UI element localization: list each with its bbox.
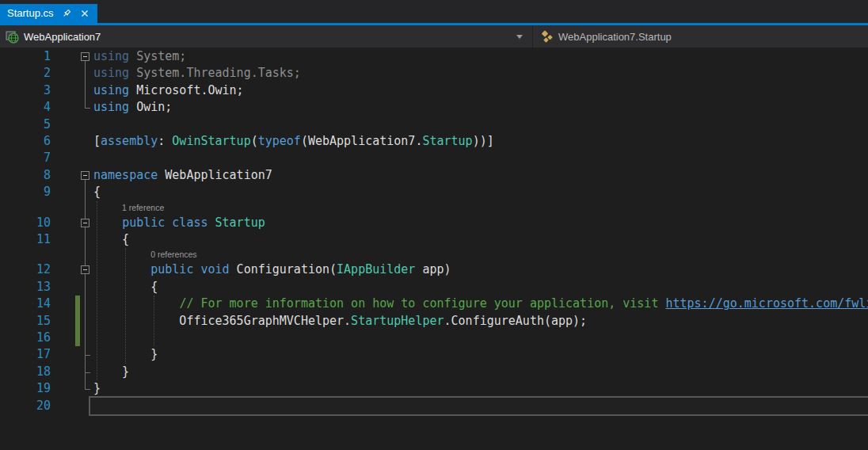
indent-guide bbox=[125, 248, 126, 363]
line-number[interactable]: 7 bbox=[0, 150, 51, 166]
code-segment: (WebApplication7. bbox=[301, 134, 423, 148]
code-line[interactable]: } bbox=[93, 364, 129, 380]
current-line-highlight bbox=[89, 396, 868, 416]
code-row: 13 { bbox=[0, 279, 868, 296]
code-segment bbox=[165, 215, 172, 230]
code-segment: typeof bbox=[258, 134, 301, 148]
code-line[interactable]: } bbox=[93, 346, 158, 363]
code-segment: Startup bbox=[215, 215, 265, 230]
outline-region-end-tick bbox=[85, 389, 90, 390]
line-number[interactable]: 20 bbox=[0, 398, 51, 414]
code-segment: OwinStartup bbox=[172, 134, 250, 148]
line-number[interactable]: 2 bbox=[0, 65, 51, 82]
codelens-references-link[interactable]: 0 references bbox=[150, 250, 196, 259]
line-number[interactable]: 3 bbox=[0, 82, 51, 99]
code-line[interactable]: } bbox=[93, 380, 101, 397]
code-segment: System.Threading.Tasks; bbox=[129, 66, 301, 80]
change-tracking-bar bbox=[75, 296, 80, 346]
code-segment: Microsoft.Owin; bbox=[129, 83, 244, 97]
code-editor[interactable]: 1using System;2using System.Threading.Ta… bbox=[0, 48, 868, 450]
code-line[interactable]: public void Configuration(IAppBuilder ap… bbox=[93, 261, 451, 278]
project-dropdown-label: WebApplication7 bbox=[24, 31, 101, 43]
code-row: 14 // For more information on how to con… bbox=[0, 296, 868, 312]
code-segment: : bbox=[158, 134, 172, 148]
line-number[interactable]: 10 bbox=[0, 215, 51, 231]
code-segment: public bbox=[122, 215, 165, 230]
line-number[interactable]: 9 bbox=[0, 184, 51, 200]
code-line[interactable]: { bbox=[93, 231, 129, 248]
line-number[interactable]: 4 bbox=[0, 99, 51, 116]
navigation-bar: WebApplication7 WebApplication7.Startup bbox=[0, 25, 868, 48]
code-row: 15 Office365GraphMVCHelper.StartupHelper… bbox=[0, 313, 868, 330]
code-row: 17 } bbox=[0, 346, 868, 363]
code-segment: IAppBuilder bbox=[337, 262, 415, 276]
line-number[interactable]: 17 bbox=[0, 346, 51, 363]
code-line[interactable]: // For more information on how to config… bbox=[93, 296, 868, 312]
code-line[interactable]: public class Startup bbox=[93, 215, 265, 231]
code-segment: Startup bbox=[422, 134, 472, 148]
code-segment: void bbox=[200, 262, 229, 276]
project-dropdown[interactable]: WebApplication7 bbox=[0, 25, 532, 48]
code-row: 16 bbox=[0, 330, 868, 346]
line-number[interactable]: 15 bbox=[0, 313, 51, 330]
code-line[interactable]: { bbox=[93, 279, 158, 296]
comment-hyperlink[interactable]: https://go.microsoft.com/fwli bbox=[665, 296, 868, 311]
code-line[interactable]: using System; bbox=[93, 48, 186, 65]
outline-region-line bbox=[85, 61, 86, 108]
code-line[interactable]: Office365GraphMVCHelper.StartupHelper.Co… bbox=[93, 313, 587, 330]
line-number[interactable]: 12 bbox=[0, 261, 51, 278]
code-segment: using bbox=[93, 66, 129, 80]
code-line[interactable]: { bbox=[93, 184, 101, 200]
line-number[interactable]: 18 bbox=[0, 364, 51, 380]
code-segment: { bbox=[93, 280, 158, 294]
code-segment: using bbox=[93, 100, 129, 114]
code-segment: namespace bbox=[93, 168, 158, 182]
line-number[interactable]: 6 bbox=[0, 133, 51, 150]
code-segment: Owin; bbox=[129, 100, 172, 114]
collapse-toggle-icon[interactable] bbox=[81, 219, 89, 227]
code-line[interactable]: using Microsoft.Owin; bbox=[93, 82, 244, 99]
line-number[interactable]: 8 bbox=[0, 167, 51, 184]
pin-icon[interactable] bbox=[61, 8, 72, 19]
web-project-icon bbox=[6, 30, 19, 44]
member-dropdown[interactable]: WebApplication7.Startup bbox=[532, 25, 868, 48]
line-number[interactable]: 1 bbox=[0, 48, 51, 65]
collapse-toggle-icon[interactable] bbox=[81, 265, 89, 274]
collapse-toggle-icon[interactable] bbox=[81, 171, 89, 180]
code-segment: assembly bbox=[101, 134, 158, 148]
line-number[interactable]: 16 bbox=[0, 330, 51, 346]
code-line[interactable]: using System.Threading.Tasks; bbox=[93, 65, 301, 82]
code-segment bbox=[93, 262, 150, 276]
line-number[interactable]: 11 bbox=[0, 231, 51, 248]
line-number[interactable]: 13 bbox=[0, 279, 51, 296]
code-segment: using bbox=[93, 49, 129, 63]
code-row: 11 { bbox=[0, 231, 868, 248]
codelens-references-link[interactable]: 1 reference bbox=[122, 203, 164, 212]
collapse-toggle-icon[interactable] bbox=[81, 52, 89, 61]
code-segment: } bbox=[93, 364, 129, 379]
code-segment: } bbox=[93, 381, 101, 395]
code-segment: StartupHelper bbox=[351, 314, 444, 328]
code-segment: public bbox=[150, 262, 193, 276]
member-dropdown-label: WebApplication7.Startup bbox=[558, 31, 672, 43]
line-number[interactable]: 5 bbox=[0, 116, 51, 133]
code-line[interactable]: using Owin; bbox=[93, 99, 172, 116]
tab-startup-cs[interactable]: Startup.cs bbox=[0, 4, 97, 23]
code-segment bbox=[208, 215, 215, 230]
code-row: 18 } bbox=[0, 364, 868, 380]
code-row: 7 bbox=[0, 150, 868, 166]
code-line[interactable]: namespace WebApplication7 bbox=[93, 167, 272, 184]
code-segment: } bbox=[93, 347, 158, 361]
outline-region-end-tick bbox=[85, 355, 90, 356]
code-row: 4using Owin; bbox=[0, 99, 868, 116]
visual-studio-editor-window: Startup.cs bbox=[0, 0, 868, 450]
code-line[interactable]: [assembly: OwinStartup(typeof(WebApplica… bbox=[93, 133, 494, 150]
line-number[interactable]: 19 bbox=[0, 380, 51, 397]
code-segment: [ bbox=[93, 134, 101, 148]
tab-title: Startup.cs bbox=[7, 4, 54, 23]
close-icon[interactable] bbox=[79, 8, 90, 19]
indent-guide bbox=[97, 201, 97, 381]
line-number[interactable]: 14 bbox=[0, 296, 51, 312]
code-segment: app) bbox=[415, 262, 451, 276]
code-segment bbox=[93, 215, 122, 230]
